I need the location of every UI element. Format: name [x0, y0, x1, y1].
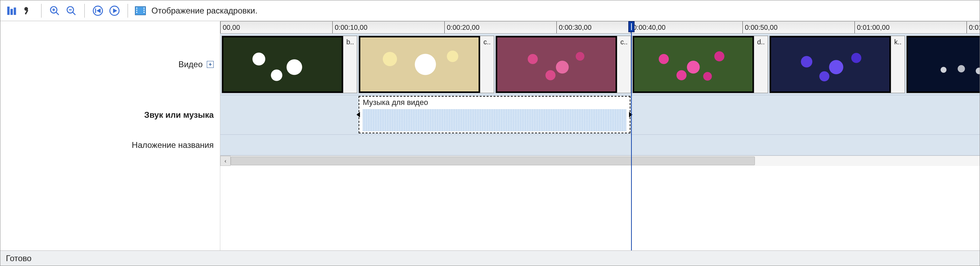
scroll-thumb[interactable]: [231, 157, 755, 165]
scroll-track[interactable]: [231, 156, 980, 166]
video-track-label-row: Видео +: [0, 34, 220, 95]
status-text: Готово: [6, 253, 32, 263]
svg-rect-13: [95, 8, 96, 13]
ruler-tick: 0:00:30,00: [557, 21, 592, 33]
audio-clip-trim-left[interactable]: [356, 112, 360, 117]
audio-track-label-row: Звук или музыка: [0, 95, 220, 135]
scroll-left-arrow[interactable]: ‹: [220, 156, 231, 166]
svg-rect-0: [7, 6, 10, 15]
ruler-tick-label: 0:00:20,00: [447, 24, 480, 32]
clip-name-tag: k..: [891, 36, 905, 93]
audio-clip-trim-right[interactable]: [629, 112, 632, 117]
video-clip[interactable]: c..: [359, 36, 494, 93]
ruler-tick: 0:00:10,00: [332, 21, 368, 33]
video-track[interactable]: b..c..c..d..k..l...: [220, 34, 980, 95]
ruler-tick: 00,00: [220, 21, 240, 33]
separator: [84, 4, 85, 18]
clip-name-tag: d..: [754, 36, 768, 93]
title-track-label: Наложение названия: [132, 140, 214, 150]
svg-rect-1: [10, 9, 13, 14]
svg-rect-20: [136, 12, 137, 13]
svg-rect-21: [143, 8, 145, 9]
levels-icon[interactable]: [5, 4, 18, 18]
separator: [127, 4, 128, 18]
ruler-tick-label: 00,00: [223, 24, 240, 32]
clip-thumbnail: [222, 36, 343, 93]
toolbar: Отображение раскадровки.: [0, 0, 980, 21]
ruler-tick: 0:00:20,00: [444, 21, 480, 33]
status-bar: Готово: [0, 250, 980, 266]
ruler-spacer: [0, 21, 220, 34]
svg-rect-2: [14, 7, 16, 14]
zoom-out-icon[interactable]: [64, 4, 78, 18]
video-clip[interactable]: b..: [222, 36, 357, 93]
ruler-tick: 0:00:40,00: [630, 21, 666, 33]
app-root: Отображение раскадровки. Видео + Звук ил…: [0, 0, 980, 266]
svg-rect-22: [143, 10, 145, 11]
ruler-tick-label: 0:00:30,00: [559, 24, 592, 32]
storyboard-toggle-label[interactable]: Отображение раскадровки.: [151, 6, 257, 16]
svg-rect-18: [136, 8, 137, 9]
main-area: Видео + Звук или музыка Наложение назван…: [0, 21, 980, 250]
expand-video-button[interactable]: +: [207, 61, 214, 68]
clip-thumbnail: [633, 36, 754, 93]
audio-clip[interactable]: Музыка для видео: [359, 96, 630, 133]
video-clip[interactable]: c..: [496, 36, 631, 93]
rewind-icon[interactable]: [91, 4, 105, 18]
ruler-tick-label: 0:01:10,00: [969, 24, 980, 32]
audio-track-label: Звук или музыка: [144, 110, 214, 120]
ruler-tick-label: 0:00:40,00: [633, 24, 666, 32]
clip-name-tag: b..: [343, 36, 357, 93]
audio-clip-title: Музыка для видео: [363, 98, 626, 109]
playhead-handle[interactable]: [628, 21, 635, 32]
time-ruler[interactable]: 00,000:00:10,000:00:20,000:00:30,000:00:…: [220, 21, 980, 34]
timeline: 00,000:00:10,000:00:20,000:00:30,000:00:…: [220, 21, 980, 250]
clip-thumbnail: [496, 36, 617, 93]
clip-name-tag: c..: [617, 36, 631, 93]
video-clip[interactable]: k..: [769, 36, 905, 93]
audio-track[interactable]: Музыка для видео: [220, 95, 980, 135]
ruler-tick-label: 0:01:00,00: [857, 24, 890, 32]
playhead[interactable]: [631, 21, 632, 250]
ruler-tick-label: 0:00:50,00: [745, 24, 778, 32]
ruler-tick: 0:01:10,00: [967, 21, 980, 33]
svg-line-10: [73, 12, 75, 15]
video-track-label: Видео: [178, 59, 203, 69]
separator: [41, 4, 41, 18]
video-clip[interactable]: l...: [906, 36, 980, 93]
svg-marker-14: [97, 8, 101, 13]
horizontal-scrollbar[interactable]: ‹: [220, 155, 980, 166]
ruler-tick-label: 0:00:10,00: [335, 24, 368, 32]
ruler-tick: 0:00:50,00: [743, 21, 778, 33]
svg-line-6: [56, 12, 59, 15]
clip-thumbnail: [907, 36, 980, 93]
clip-thumbnail: [770, 36, 891, 93]
clip-thumbnail: [359, 36, 480, 93]
zoom-in-icon[interactable]: [48, 4, 62, 18]
video-clip[interactable]: d..: [632, 36, 768, 93]
svg-rect-23: [143, 12, 145, 13]
svg-rect-19: [136, 10, 137, 11]
track-labels-column: Видео + Звук или музыка Наложение назван…: [0, 21, 220, 250]
audio-waveform: [363, 109, 626, 131]
ruler-tick: 0:01:00,00: [854, 21, 890, 33]
title-overlay-track[interactable]: [220, 135, 980, 155]
play-icon[interactable]: [108, 4, 121, 18]
narration-icon[interactable]: [21, 4, 35, 18]
svg-marker-16: [113, 8, 117, 13]
clip-name-tag: c..: [480, 36, 494, 93]
title-track-label-row: Наложение названия: [0, 135, 220, 155]
storyboard-icon[interactable]: [134, 5, 146, 17]
